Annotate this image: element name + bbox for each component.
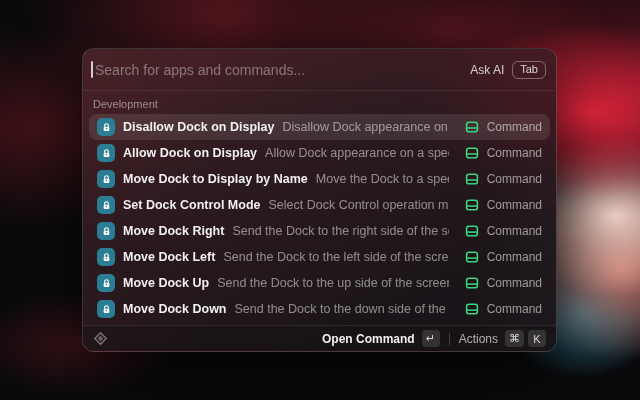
enter-key-badge: ↵ [422, 330, 440, 347]
command-title: Move Dock Left [123, 250, 215, 264]
open-command-label: Open Command [322, 332, 415, 346]
command-subtitle: Send the Dock to the left side of the sc… [223, 250, 448, 264]
footer-divider [449, 333, 450, 345]
command-title: Move Dock Up [123, 276, 209, 290]
lock-icon [97, 144, 115, 162]
lock-icon [97, 170, 115, 188]
command-type-icon [465, 172, 479, 186]
ask-ai-label[interactable]: Ask AI [470, 63, 504, 77]
section-header-development: Development [89, 91, 550, 114]
command-title: Move Dock to Display by Name [123, 172, 308, 186]
command-type-label: Command [487, 276, 542, 290]
command-type-icon [465, 146, 479, 160]
list-item[interactable]: Move Dock Right Send the Dock to the rig… [89, 218, 550, 244]
command-type-icon [465, 120, 479, 134]
list-item[interactable]: Move Dock Left Send the Dock to the left… [89, 244, 550, 270]
list-item[interactable]: Move Dock Down Send the Dock to the down… [89, 296, 550, 322]
section-header-suggestions: Suggestions [89, 322, 550, 325]
command-type-icon [465, 250, 479, 264]
command-rows: Disallow Dock on Display Disallow Dock a… [89, 114, 550, 322]
results-list: Development Disallow Dock on Display Dis… [83, 91, 556, 325]
command-title: Move Dock Down [123, 302, 227, 316]
command-title: Set Dock Control Mode [123, 198, 261, 212]
lock-icon [97, 274, 115, 292]
command-subtitle: Disallow Dock appearance on a specific d… [282, 120, 448, 134]
command-title: Move Dock Right [123, 224, 224, 238]
command-type-label: Command [487, 120, 542, 134]
open-command-button[interactable]: Open Command ↵ [322, 330, 440, 347]
command-title: Allow Dock on Display [123, 146, 257, 160]
lock-icon [97, 300, 115, 318]
command-type-label: Command [487, 302, 542, 316]
tab-key-badge: Tab [512, 61, 546, 79]
command-subtitle: Select Dock Control operation mode [269, 198, 449, 212]
command-subtitle: Send the Dock to the right side of the s… [232, 224, 448, 238]
command-subtitle: Allow Dock appearance on a specific disp… [265, 146, 449, 160]
raycast-logo-icon [93, 331, 108, 346]
command-type-label: Command [487, 172, 542, 186]
lock-icon [97, 248, 115, 266]
command-type-label: Command [487, 250, 542, 264]
command-title: Disallow Dock on Display [123, 120, 274, 134]
lock-icon [97, 222, 115, 240]
actions-button[interactable]: Actions ⌘ K [459, 330, 546, 347]
list-item[interactable]: Move Dock to Display by Name Move the Do… [89, 166, 550, 192]
launcher-window: Ask AI Tab Development Disallow Dock on … [82, 48, 557, 352]
cmd-key-badge: ⌘ [505, 330, 524, 347]
command-type-label: Command [487, 224, 542, 238]
actions-label: Actions [459, 332, 498, 346]
command-type-icon [465, 198, 479, 212]
desktop: Ask AI Tab Development Disallow Dock on … [0, 0, 640, 400]
list-item[interactable]: Allow Dock on Display Allow Dock appeara… [89, 140, 550, 166]
search-bar: Ask AI Tab [83, 49, 556, 91]
list-item[interactable]: Move Dock Up Send the Dock to the up sid… [89, 270, 550, 296]
lock-icon [97, 196, 115, 214]
command-subtitle: Send the Dock to the up side of the scre… [217, 276, 449, 290]
search-input[interactable] [93, 62, 470, 78]
command-type-icon [465, 276, 479, 290]
k-key-badge: K [528, 330, 546, 347]
command-type-icon [465, 302, 479, 316]
list-item[interactable]: Disallow Dock on Display Disallow Dock a… [89, 114, 550, 140]
command-subtitle: Send the Dock to the down side of the sc… [235, 302, 449, 316]
command-type-label: Command [487, 198, 542, 212]
command-type-label: Command [487, 146, 542, 160]
command-type-icon [465, 224, 479, 238]
list-item[interactable]: Set Dock Control Mode Select Dock Contro… [89, 192, 550, 218]
command-subtitle: Move the Dock to a specific display by N… [316, 172, 449, 186]
lock-icon [97, 118, 115, 136]
status-bar: Open Command ↵ Actions ⌘ K [83, 325, 556, 351]
